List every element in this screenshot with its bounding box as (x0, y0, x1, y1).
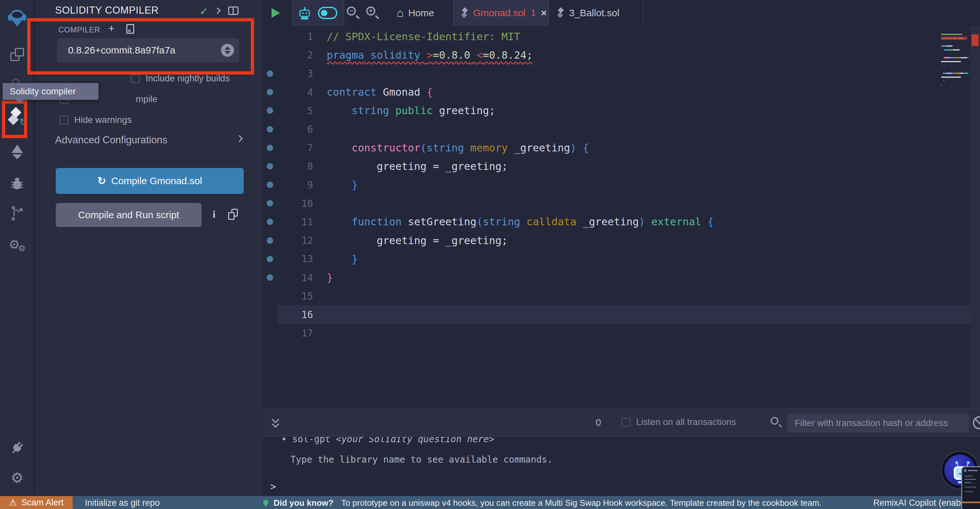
line-decoration-dot (262, 237, 277, 244)
run-script-play-button[interactable] (265, 5, 286, 21)
chevron-right-icon (236, 135, 243, 142)
transaction-filter-input[interactable] (787, 414, 969, 432)
minimap-line (941, 71, 969, 75)
info-icon[interactable]: i (213, 208, 215, 220)
editor-scrollbar[interactable] (970, 26, 980, 408)
plugin-manager-icon[interactable]: ⚙⚙ (0, 237, 34, 253)
include-nightly-row: Include nightly builds (131, 73, 230, 84)
terminal-line: • sol-gpt <your Solidity question here> (281, 437, 980, 445)
initialize-git-repo[interactable]: Initialize as git repo (85, 498, 160, 508)
warning-icon: ⚠ (9, 498, 16, 508)
solidity-file-icon (461, 8, 468, 19)
code-line-9[interactable]: 9 } (262, 176, 980, 194)
transaction-count: 0 (596, 417, 601, 428)
pin-panel-icon[interactable] (228, 6, 239, 15)
line-number: 15 (277, 290, 313, 302)
line-decoration-dot (262, 126, 277, 132)
compiler-version-select[interactable]: 0.8.26+commit.8a97fa7a (57, 38, 239, 62)
editor-column: − + ⌂ Home Gmonad.sol 1 × 3_Ballot.sol 1… (262, 0, 980, 496)
clear-console-icon[interactable] (973, 416, 980, 429)
tab-gmonad-sol[interactable]: Gmonad.sol 1 × (453, 0, 549, 26)
screenshot-preview-thumbnail[interactable] (961, 466, 980, 509)
compile-and-run-button[interactable]: Compile and Run script (56, 203, 202, 227)
license-file-icon[interactable] (126, 24, 134, 34)
file-explorer-icon[interactable] (0, 48, 34, 61)
code-text: } (327, 271, 333, 284)
line-number: 14 (277, 272, 313, 283)
code-line-5[interactable]: 5 string public greeting; (262, 102, 980, 120)
debugger-icon[interactable] (0, 178, 34, 191)
advanced-configurations[interactable]: Advanced Configurations (55, 134, 242, 146)
code-line-3[interactable]: 3 (262, 64, 980, 83)
code-text: function setGreeting(string calldata _gr… (327, 215, 714, 228)
minimap-line (941, 48, 969, 52)
line-decoration-dot (262, 200, 277, 206)
hide-warnings-row: Hide warnings (60, 115, 132, 125)
include-nightly-checkbox[interactable] (131, 74, 140, 83)
terminal-collapse-icon[interactable] (270, 416, 282, 429)
line-number: 12 (277, 235, 313, 246)
minimap-line (941, 52, 969, 56)
home-icon: ⌂ (397, 6, 404, 20)
copilot-toggle-icon[interactable] (318, 7, 337, 19)
code-line-11[interactable]: 11 function setGreeting(string calldata … (262, 213, 980, 231)
code-line-8[interactable]: 8 greeting = _greeting; (262, 157, 980, 176)
listen-all-transactions-row: Listen on all transactions (622, 417, 736, 427)
solidity-compiler-icon[interactable]: ↻ (0, 108, 34, 126)
code-line-14[interactable]: 14} (262, 268, 980, 287)
code-line-16[interactable]: 16 (262, 305, 980, 324)
zoom-out-icon[interactable]: − (346, 6, 359, 20)
hide-warnings-checkbox[interactable] (60, 116, 68, 124)
lightbulb-icon (263, 500, 268, 505)
code-line-7[interactable]: 7 constructor(string memory _greeting) { (262, 139, 980, 157)
code-text: greeting = _greeting; (327, 235, 508, 247)
deploy-and-run-icon[interactable] (0, 145, 34, 160)
terminal-search-icon[interactable] (771, 417, 782, 428)
error-count-badge: 1 (531, 8, 536, 18)
code-line-10[interactable]: 10 (262, 194, 980, 213)
chevron-right-icon[interactable] (214, 8, 221, 14)
code-text: } (327, 179, 358, 191)
git-icon[interactable] (0, 206, 34, 220)
terminal-output[interactable]: • sol-gpt <your Solidity question here> … (262, 437, 980, 496)
plug-icon[interactable] (0, 441, 34, 455)
solidity-compiler-tooltip: Solidity compiler (3, 83, 99, 100)
scam-alert-badge[interactable]: ⚠ Scam Alert (0, 496, 73, 509)
copilot-robot-icon[interactable] (299, 6, 311, 19)
remix-logo-icon[interactable] (0, 10, 34, 27)
minimap-line (941, 79, 969, 83)
code-line-1[interactable]: 1// SPDX-License-Identifier: MIT (262, 27, 980, 46)
code-line-15[interactable]: 15 (262, 287, 980, 305)
code-lines: 1// SPDX-License-Identifier: MIT2pragma … (262, 27, 980, 342)
tab-ballot-sol[interactable]: 3_Ballot.sol (550, 0, 644, 26)
compile-button[interactable]: ↻ Compile Gmonad.sol (56, 168, 244, 194)
settings-gear-icon[interactable]: ⚙ (0, 471, 34, 485)
ai-copilot-segment (292, 0, 344, 26)
zoom-in-icon[interactable]: + (366, 6, 379, 20)
code-line-6[interactable]: 6 (262, 120, 980, 139)
minimap[interactable] (941, 32, 969, 94)
code-editor[interactable]: 1// SPDX-License-Identifier: MIT2pragma … (262, 26, 980, 408)
code-line-12[interactable]: 12 greeting = _greeting; (262, 231, 980, 250)
code-line-13[interactable]: 13 } (262, 250, 980, 268)
include-nightly-label: Include nightly builds (145, 73, 230, 84)
code-line-17[interactable]: 17 (262, 324, 980, 342)
add-compiler-icon[interactable]: + (108, 22, 115, 35)
scrollbar-error-marker (972, 34, 979, 46)
activity-bar: ↻ ⚙⚙ ⚙ (0, 0, 34, 496)
copilot-status-label: RemixAI Copilot (enabled) (873, 498, 975, 508)
tab-home[interactable]: ⌂ Home (388, 0, 443, 26)
minimap-line (941, 75, 969, 79)
line-number: 5 (277, 105, 313, 116)
minimap-line (941, 32, 969, 36)
minimap-line (941, 40, 969, 44)
minimap-line (941, 67, 969, 71)
line-number: 3 (277, 68, 313, 79)
code-line-2[interactable]: 2pragma solidity >=0.8.0 <=0.8.24; (262, 46, 980, 64)
listen-transactions-checkbox[interactable] (622, 418, 630, 427)
line-number: 13 (277, 253, 313, 265)
solidity-compiler-panel: SOLIDITY COMPILER ✓ COMPILER + 0.8.26+co… (35, 0, 262, 496)
close-tab-icon[interactable]: × (541, 8, 547, 19)
copy-icon[interactable] (228, 209, 238, 220)
code-line-4[interactable]: 4contract Gmonad { (262, 83, 980, 102)
